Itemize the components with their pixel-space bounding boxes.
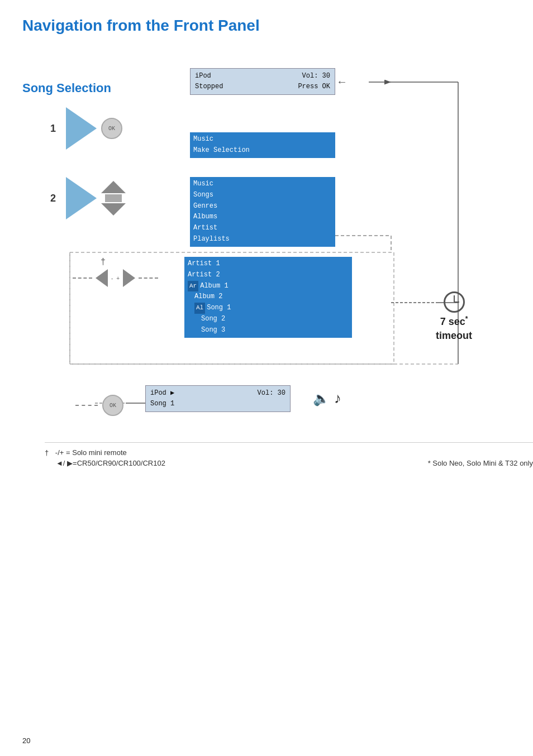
btn-prev[interactable] — [96, 269, 108, 287]
nav-up[interactable] — [101, 181, 126, 193]
timeout-seconds: 7 sec* — [440, 315, 468, 328]
nested-item-6: Song 3 — [188, 325, 349, 336]
submenu-item-0: Music — [193, 179, 332, 190]
music-menu-line1: Music — [193, 134, 332, 145]
footnote-arrows-text: ◄/ ▶=CR50/CR90/CR100/CR102 — [56, 459, 165, 467]
screen-initial-line2-left: Stopped — [195, 82, 223, 92]
music-note-icon: ♪ — [334, 390, 341, 407]
page-number: 20 — [22, 736, 30, 745]
nested-item-0: Artist 1 — [188, 259, 349, 270]
ok-button-1[interactable]: OK — [101, 118, 122, 139]
footnote-asterisk-text: * Solo Neo, Solo Mini & T32 only — [428, 459, 533, 467]
playback-icons: 🔈 ♪ — [313, 390, 341, 407]
step2-row: 2 — [50, 177, 126, 219]
ok-button-3[interactable]: OK — [102, 395, 123, 416]
clock-icon — [444, 291, 465, 313]
step1-arrow — [66, 107, 97, 150]
lr-nav-row: † - + — [73, 269, 158, 287]
page-title: Navigation from the Front Panel — [22, 17, 511, 35]
screen-initial-line1-left: iPod — [195, 71, 211, 82]
footnote-dagger-text: -/+ = Solo mini remote — [55, 448, 127, 457]
diagram: 1 OK 2 iPod Vol: 30 Stopped Press OK ← M… — [22, 51, 503, 453]
screen-playing: iPod ▶ Vol: 30 Song 1 — [145, 385, 291, 412]
footer: † -/+ = Solo mini remote ◄/ ▶=CR50/CR90/… — [45, 442, 533, 470]
nested-item-5: Song 2 — [188, 314, 349, 325]
step1-row: 1 OK — [50, 107, 122, 150]
step2-num: 2 — [50, 193, 61, 204]
arrow-to-screen1: ← — [336, 75, 348, 88]
nav-down[interactable] — [101, 203, 126, 216]
nested-item-4: Song 1 — [207, 303, 231, 314]
submenu-item-1: Songs — [193, 190, 332, 201]
speaker-icon: 🔈 — [313, 391, 330, 406]
timeout-section: 7 sec* timeout — [436, 291, 472, 342]
screen-initial-line2-right: Press OK — [298, 82, 330, 92]
nav-controls[interactable] — [101, 181, 126, 216]
footnote-dagger-line: † -/+ = Solo mini remote — [45, 448, 533, 457]
step2-arrow — [66, 177, 97, 219]
footnote-asterisk: * Solo Neo, Solo Mini & T32 only — [428, 459, 533, 467]
footnote-bottom-row: ◄/ ▶=CR50/CR90/CR100/CR102 * Solo Neo, S… — [45, 459, 533, 470]
submenu-item-2: Genres — [193, 201, 332, 212]
playing-line1-left: iPod ▶ — [150, 388, 174, 399]
screen-music-menu: Music Make Selection — [190, 132, 335, 158]
footnote-arrows: ◄/ ▶=CR50/CR90/CR100/CR102 — [45, 459, 165, 467]
screen-initial: iPod Vol: 30 Stopped Press OK — [190, 68, 335, 95]
btn-next[interactable] — [123, 269, 135, 287]
dagger-symbol: † — [101, 257, 106, 267]
nested-item-1: Artist 2 — [188, 270, 349, 281]
screen-nested: Artist 1 Artist 2 Ar Album 1 Album 2 Al … — [184, 257, 352, 338]
dash-left — [73, 277, 92, 279]
dash-before-ok — [75, 405, 98, 406]
nested-item-3: Album 2 — [188, 291, 349, 303]
step1-num: 1 — [50, 123, 61, 135]
playing-line2: Song 1 — [150, 400, 174, 408]
submenu-item-3: Albums — [193, 212, 332, 223]
submenu-item-4: Artist — [193, 223, 332, 234]
nav-center — [105, 194, 122, 202]
step3-ok-row: OK — [75, 395, 123, 416]
btn-minus-label: - — [111, 275, 113, 281]
btn-plus-label: + — [116, 275, 120, 281]
timeout-label: timeout — [436, 330, 472, 342]
screen-initial-line1-right: Vol: 30 — [302, 71, 330, 82]
dash-right — [139, 277, 158, 279]
nested-tag-al: Al — [194, 303, 205, 314]
screen-submenu: Music Songs Genres Albums Artist Playlis… — [190, 177, 335, 247]
nested-tag-ar: Ar — [188, 281, 198, 292]
playing-line1-right: Vol: 30 — [258, 388, 285, 399]
nested-item-2: Album 1 — [200, 281, 228, 292]
footnote-dagger-symbol: † — [45, 448, 49, 457]
music-menu-line2: Make Selection — [193, 145, 332, 156]
submenu-item-5: Playlists — [193, 234, 332, 245]
